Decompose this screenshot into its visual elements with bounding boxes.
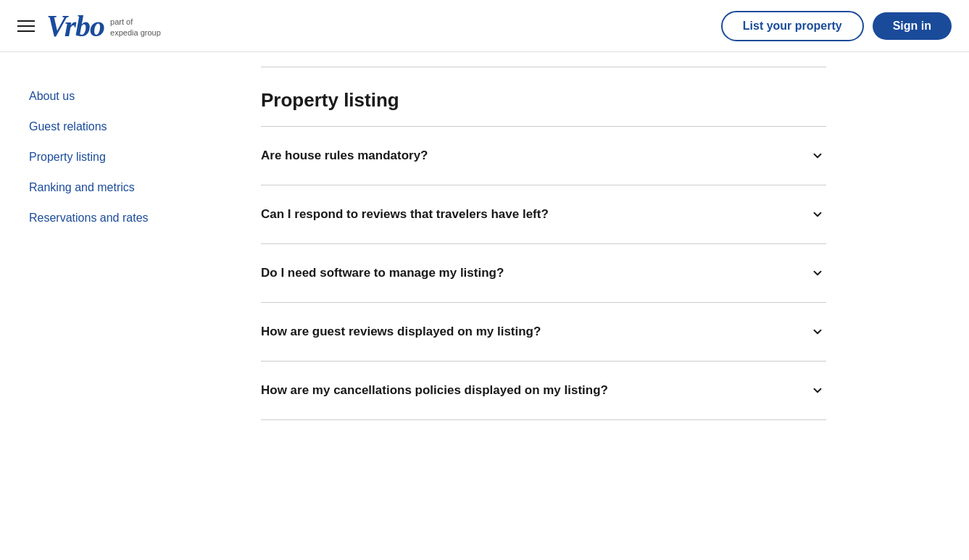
sidebar-item-guest-relations[interactable]: Guest relations — [29, 112, 188, 142]
faq-item-software-manage: Do I need software to manage my listing? — [261, 244, 826, 303]
sidebar: About us Guest relations Property listin… — [0, 67, 217, 420]
sidebar-item-reservations-rates[interactable]: Reservations and rates — [29, 203, 188, 233]
logo: Vrbo — [46, 11, 104, 41]
faq-item-respond-reviews: Can I respond to reviews that travelers … — [261, 185, 826, 244]
content-area: Property listing Are house rules mandato… — [217, 67, 870, 420]
sidebar-item-ranking-metrics[interactable]: Ranking and metrics — [29, 172, 188, 203]
sidebar-nav: About us Guest relations Property listin… — [29, 81, 188, 233]
chevron-down-icon — [809, 206, 826, 223]
faq-item-guest-reviews-displayed: How are guest reviews displayed on my li… — [261, 303, 826, 362]
faq-item-house-rules: Are house rules mandatory? — [261, 127, 826, 185]
sidebar-item-property-listing[interactable]: Property listing — [29, 142, 188, 172]
faq-question-text: Are house rules mandatory? — [261, 147, 428, 164]
faq-question-house-rules[interactable]: Are house rules mandatory? — [261, 127, 826, 185]
chevron-down-icon — [809, 147, 826, 164]
faq-question-cancellations-policies[interactable]: How are my cancellations policies displa… — [261, 362, 826, 419]
logo-subtitle: part of expedia group — [110, 17, 161, 38]
chevron-down-icon — [809, 382, 826, 399]
header-left: Vrbo part of expedia group — [17, 11, 161, 41]
faq-question-text: How are guest reviews displayed on my li… — [261, 323, 541, 340]
faq-question-software-manage[interactable]: Do I need software to manage my listing? — [261, 244, 826, 302]
logo-container[interactable]: Vrbo part of expedia group — [46, 11, 161, 41]
faq-item-cancellations-policies: How are my cancellations policies displa… — [261, 362, 826, 420]
faq-question-guest-reviews-displayed[interactable]: How are guest reviews displayed on my li… — [261, 303, 826, 361]
faq-question-text: Do I need software to manage my listing? — [261, 264, 504, 282]
hamburger-menu-icon[interactable] — [17, 17, 35, 35]
chevron-down-icon — [809, 264, 826, 282]
section-title: Property listing — [261, 89, 826, 112]
list-property-button[interactable]: List your property — [721, 11, 864, 41]
header: Vrbo part of expedia group List your pro… — [0, 0, 969, 52]
header-right: List your property Sign in — [721, 11, 952, 41]
faq-question-respond-reviews[interactable]: Can I respond to reviews that travelers … — [261, 185, 826, 243]
chevron-down-icon — [809, 323, 826, 340]
sidebar-item-about-us[interactable]: About us — [29, 81, 188, 112]
faq-question-text: Can I respond to reviews that travelers … — [261, 206, 549, 223]
faq-question-text: How are my cancellations policies displa… — [261, 382, 608, 399]
top-divider — [261, 67, 826, 67]
sign-in-button[interactable]: Sign in — [873, 12, 952, 40]
main-container: About us Guest relations Property listin… — [0, 52, 969, 420]
